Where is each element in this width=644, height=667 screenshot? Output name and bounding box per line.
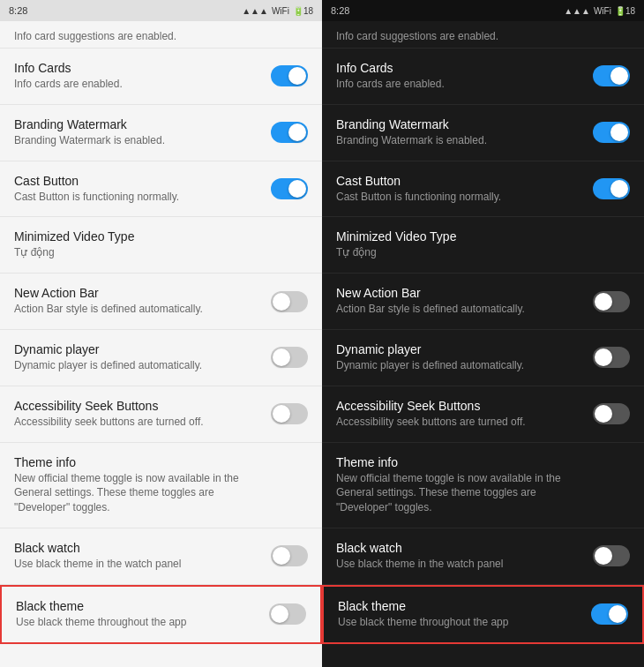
setting-content-dynamic-player: Dynamic playerDynamic player is defined … — [336, 342, 593, 373]
setting-item-dynamic-player[interactable]: Dynamic playerDynamic player is defined … — [0, 330, 322, 386]
setting-title-theme-info: Theme info — [14, 455, 260, 469]
setting-title-black-watch: Black watch — [336, 541, 582, 555]
toggle-info-cards[interactable] — [593, 65, 630, 86]
signal-icon: ▲▲▲ — [564, 6, 590, 16]
toggle-branding-watermark[interactable] — [593, 122, 630, 143]
setting-item-black-watch[interactable]: Black watchUse black theme in the watch … — [0, 528, 322, 585]
setting-item-branding-watermark[interactable]: Branding WatermarkBranding Watermark is … — [0, 105, 322, 161]
setting-title-new-action-bar: New Action Bar — [14, 286, 260, 300]
setting-item-info-cards[interactable]: Info CardsInfo cards are enabled. — [0, 49, 322, 105]
setting-desc-black-theme: Use black theme throughout the app — [338, 615, 580, 630]
no-toggle-theme-info — [271, 475, 308, 496]
setting-content-branding-watermark: Branding WatermarkBranding Watermark is … — [14, 117, 271, 148]
setting-content-cast-button: Cast ButtonCast Button is functioning no… — [336, 174, 593, 205]
setting-title-theme-info: Theme info — [336, 455, 582, 469]
setting-content-black-watch: Black watchUse black theme in the watch … — [336, 541, 593, 572]
setting-title-cast-button: Cast Button — [336, 174, 582, 188]
status-bar: 8:28 ▲▲▲ WiFi 🔋18 — [0, 0, 322, 21]
setting-item-info-cards[interactable]: Info CardsInfo cards are enabled. — [322, 49, 644, 105]
panel-light: 8:28 ▲▲▲ WiFi 🔋18 Info card suggestions … — [0, 0, 322, 667]
toggle-knob-new-action-bar — [273, 293, 290, 311]
setting-item-theme-info[interactable]: Theme infoNew official theme toggle is n… — [0, 443, 322, 528]
setting-title-cast-button: Cast Button — [14, 174, 260, 188]
setting-title-branding-watermark: Branding Watermark — [14, 117, 260, 131]
setting-content-minimized-video-type: Minimized Video TypeTự động — [336, 229, 593, 260]
toggle-knob-black-watch — [595, 547, 612, 565]
setting-item-new-action-bar[interactable]: New Action BarAction Bar style is define… — [322, 274, 644, 330]
setting-item-black-watch[interactable]: Black watchUse black theme in the watch … — [322, 528, 644, 585]
toggle-black-theme[interactable] — [269, 603, 306, 625]
setting-desc-theme-info: New official theme toggle is now availab… — [14, 471, 260, 515]
setting-title-minimized-video-type: Minimized Video Type — [14, 229, 260, 244]
battery-icon: 🔋18 — [615, 6, 635, 16]
setting-item-cast-button[interactable]: Cast ButtonCast Button is functioning no… — [322, 161, 644, 218]
toggle-knob-black-theme — [609, 605, 626, 623]
toggle-knob-cast-button — [610, 180, 628, 198]
setting-desc-info-cards: Info cards are enabled. — [336, 77, 582, 92]
setting-item-new-action-bar[interactable]: New Action BarAction Bar style is define… — [0, 274, 322, 330]
setting-title-black-theme: Black theme — [16, 599, 258, 613]
toggle-new-action-bar[interactable] — [593, 291, 630, 312]
setting-content-new-action-bar: New Action BarAction Bar style is define… — [336, 286, 593, 317]
toggle-knob-new-action-bar — [595, 293, 612, 311]
setting-title-new-action-bar: New Action Bar — [336, 286, 582, 300]
toggle-dynamic-player[interactable] — [271, 347, 308, 368]
setting-desc-info-cards: Info cards are enabled. — [14, 77, 260, 92]
status-time: 8:28 — [9, 5, 27, 16]
setting-content-branding-watermark: Branding WatermarkBranding Watermark is … — [336, 117, 593, 148]
settings-list: Info CardsInfo cards are enabled.Brandin… — [322, 49, 644, 667]
setting-content-black-theme: Black themeUse black theme throughout th… — [338, 599, 591, 630]
setting-item-theme-info[interactable]: Theme infoNew official theme toggle is n… — [322, 443, 644, 528]
toggle-info-cards[interactable] — [271, 65, 308, 86]
toggle-black-watch[interactable] — [593, 545, 630, 566]
setting-title-black-watch: Black watch — [14, 541, 260, 555]
toggle-knob-cast-button — [288, 180, 306, 198]
setting-desc-black-watch: Use black theme in the watch panel — [14, 557, 260, 572]
setting-item-accessibility-seek-buttons[interactable]: Accessibility Seek ButtonsAccessibility … — [0, 386, 322, 443]
toggle-black-theme[interactable] — [591, 603, 628, 625]
toggle-knob-info-cards — [288, 67, 306, 85]
toggle-knob-accessibility-seek-buttons — [595, 405, 612, 423]
no-toggle-minimized-video-type — [271, 235, 308, 256]
setting-content-accessibility-seek-buttons: Accessibility Seek ButtonsAccessibility … — [336, 399, 593, 430]
setting-content-info-cards: Info CardsInfo cards are enabled. — [14, 61, 271, 92]
wifi-icon: WiFi — [594, 6, 611, 16]
setting-item-dynamic-player[interactable]: Dynamic playerDynamic player is defined … — [322, 330, 644, 386]
setting-desc-dynamic-player: Dynamic player is defined automatically. — [336, 358, 582, 373]
setting-content-new-action-bar: New Action BarAction Bar style is define… — [14, 286, 271, 317]
setting-item-accessibility-seek-buttons[interactable]: Accessibility Seek ButtonsAccessibility … — [322, 386, 644, 443]
toggle-black-watch[interactable] — [271, 545, 308, 566]
no-toggle-minimized-video-type — [593, 235, 630, 256]
toggle-knob-branding-watermark — [288, 124, 306, 141]
setting-item-black-theme[interactable]: Black themeUse black theme throughout th… — [0, 585, 322, 644]
status-bar: 8:28 ▲▲▲ WiFi 🔋18 — [322, 0, 644, 21]
setting-item-black-theme[interactable]: Black themeUse black theme throughout th… — [322, 585, 644, 644]
battery-icon: 🔋18 — [293, 6, 313, 16]
setting-item-branding-watermark[interactable]: Branding WatermarkBranding Watermark is … — [322, 105, 644, 161]
toggle-accessibility-seek-buttons[interactable] — [271, 403, 308, 424]
setting-desc-new-action-bar: Action Bar style is defined automaticall… — [336, 302, 582, 317]
wifi-icon: WiFi — [272, 6, 289, 16]
setting-item-cast-button[interactable]: Cast ButtonCast Button is functioning no… — [0, 161, 322, 218]
setting-title-black-theme: Black theme — [338, 599, 580, 613]
setting-item-minimized-video-type[interactable]: Minimized Video TypeTự động — [322, 217, 644, 274]
toggle-accessibility-seek-buttons[interactable] — [593, 403, 630, 424]
setting-desc-minimized-video-type: Tự động — [336, 245, 582, 260]
toggle-cast-button[interactable] — [271, 178, 308, 199]
setting-content-info-cards: Info CardsInfo cards are enabled. — [336, 61, 593, 92]
setting-desc-minimized-video-type: Tự động — [14, 245, 260, 260]
toggle-branding-watermark[interactable] — [271, 122, 308, 143]
setting-content-minimized-video-type: Minimized Video TypeTự động — [14, 229, 271, 260]
setting-desc-branding-watermark: Branding Watermark is enabled. — [336, 133, 582, 148]
setting-title-info-cards: Info Cards — [14, 61, 260, 75]
setting-title-accessibility-seek-buttons: Accessibility Seek Buttons — [336, 399, 582, 413]
toggle-new-action-bar[interactable] — [271, 291, 308, 312]
toggle-cast-button[interactable] — [593, 178, 630, 199]
setting-content-theme-info: Theme infoNew official theme toggle is n… — [336, 455, 593, 515]
toggle-dynamic-player[interactable] — [593, 347, 630, 368]
toggle-knob-branding-watermark — [610, 124, 628, 141]
setting-desc-cast-button: Cast Button is functioning normally. — [336, 190, 582, 205]
setting-item-minimized-video-type[interactable]: Minimized Video TypeTự động — [0, 217, 322, 274]
toggle-knob-accessibility-seek-buttons — [273, 405, 290, 423]
setting-desc-black-theme: Use black theme throughout the app — [16, 615, 258, 630]
